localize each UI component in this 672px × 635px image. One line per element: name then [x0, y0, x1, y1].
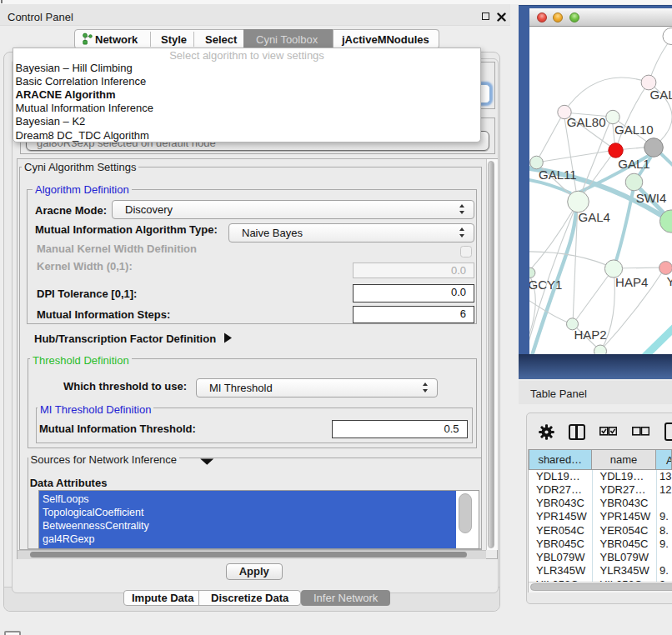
- svg-text:SWI4: SWI4: [636, 190, 667, 204]
- svg-text:GAL4: GAL4: [579, 209, 610, 223]
- svg-text:Y: Y: [666, 273, 672, 288]
- svg-text:GAL1: GAL1: [618, 156, 649, 170]
- svg-text:HAP4: HAP4: [615, 274, 648, 288]
- svg-text:HAP2: HAP2: [574, 328, 606, 342]
- svg-text:GAL11: GAL11: [539, 167, 577, 181]
- svg-text:GAL2: GAL2: [650, 87, 672, 101]
- svg-text:GCY1: GCY1: [529, 277, 562, 291]
- svg-text:GAL10: GAL10: [614, 122, 654, 136]
- svg-text:GAL80: GAL80: [567, 114, 606, 128]
